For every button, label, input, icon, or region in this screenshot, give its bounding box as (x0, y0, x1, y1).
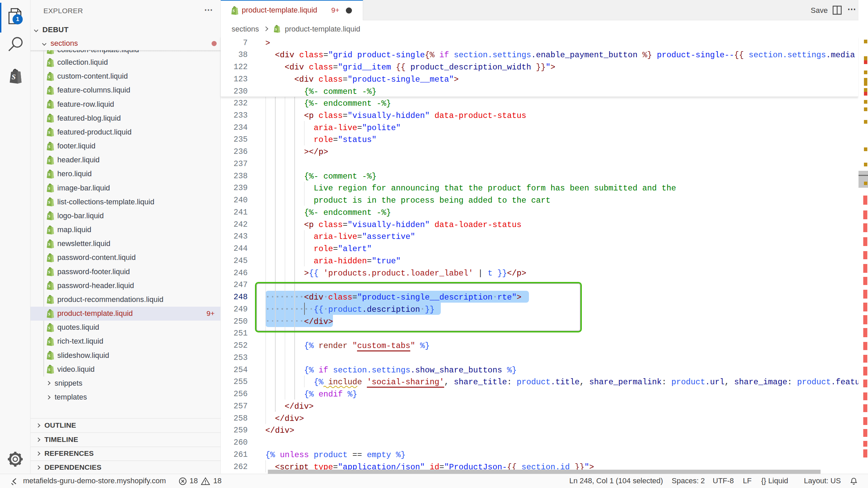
svg-text:S: S (48, 60, 50, 65)
svg-text:S: S (48, 214, 50, 219)
svg-text:S: S (48, 311, 50, 317)
svg-text:S: S (48, 297, 50, 302)
svg-text:S: S (233, 8, 235, 13)
svg-text:S: S (48, 172, 50, 177)
svg-text:S: S (48, 325, 50, 330)
svg-text:S: S (48, 130, 50, 135)
svg-text:S: S (48, 102, 50, 107)
svg-text:S: S (48, 158, 50, 163)
svg-text:S: S (275, 27, 277, 31)
svg-text:S: S (48, 50, 50, 53)
svg-text:S: S (48, 200, 50, 205)
svg-text:S: S (48, 116, 50, 121)
svg-text:S: S (48, 242, 50, 247)
svg-text:S: S (48, 339, 50, 344)
svg-text:S: S (48, 353, 50, 358)
svg-text:S: S (48, 269, 50, 274)
svg-text:S: S (48, 367, 50, 372)
svg-text:S: S (48, 74, 50, 79)
svg-text:S: S (48, 144, 50, 149)
svg-text:S: S (48, 256, 50, 261)
svg-text:S: S (48, 228, 50, 233)
svg-text:S: S (48, 283, 50, 288)
svg-text:S: S (12, 73, 16, 81)
svg-text:S: S (48, 186, 50, 191)
svg-text:S: S (48, 88, 50, 93)
